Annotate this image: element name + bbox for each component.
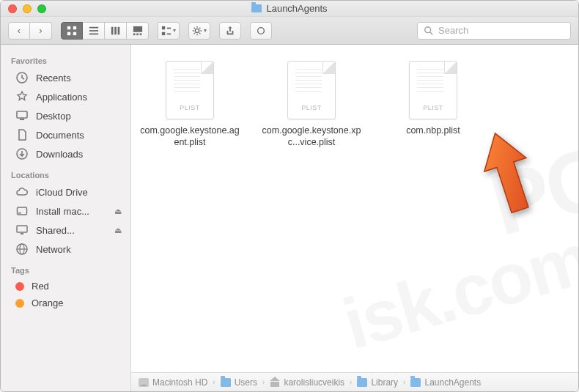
- chevron-right-icon: ›: [213, 378, 215, 386]
- search-input[interactable]: Search: [417, 22, 571, 40]
- sidebar-item-label: Documents: [36, 130, 84, 141]
- svg-rect-9: [117, 26, 119, 34]
- file-grid[interactable]: PC isk.com PLIST com.google.keystone.age…: [131, 45, 578, 372]
- back-button[interactable]: ‹: [8, 22, 30, 40]
- view-mode-segment: [61, 22, 149, 40]
- sidebar-item-recents[interactable]: Recents: [1, 68, 130, 87]
- sidebar-item-install-mac[interactable]: Install mac... ⏏: [1, 201, 130, 221]
- group-by-button[interactable]: ▾: [158, 22, 180, 40]
- svg-rect-7: [111, 26, 113, 34]
- icon-view-button[interactable]: [61, 22, 83, 40]
- svg-point-19: [258, 27, 265, 34]
- svg-rect-29: [21, 233, 23, 234]
- zoom-window-button[interactable]: [37, 4, 46, 13]
- svg-point-20: [425, 26, 431, 32]
- forward-button[interactable]: ›: [30, 22, 52, 40]
- desktop-icon: [15, 109, 29, 122]
- gear-icon: [192, 26, 202, 36]
- file-item[interactable]: PLIST com.google.keystone.xpc...vice.pli…: [260, 61, 363, 148]
- svg-rect-27: [18, 212, 21, 214]
- svg-rect-16: [167, 27, 171, 29]
- sidebar-item-tag-orange[interactable]: Orange: [1, 295, 130, 311]
- file-kind-badge: PLIST: [288, 104, 335, 111]
- file-name: com.google.keystone.agent.plist: [139, 125, 241, 148]
- sidebar-item-shared[interactable]: Shared... ⏏: [1, 221, 130, 240]
- file-item[interactable]: PLIST com.nbp.plist: [382, 61, 484, 137]
- toolbar: ‹ › ▾ ▾: [1, 17, 578, 45]
- svg-rect-6: [89, 33, 97, 34]
- file-name: com.nbp.plist: [382, 125, 484, 137]
- content-area: PC isk.com PLIST com.google.keystone.age…: [131, 45, 578, 391]
- folder-icon: [251, 4, 262, 12]
- sidebar-header-favorites: Favorites: [1, 49, 130, 68]
- eject-icon[interactable]: ⏏: [114, 207, 122, 216]
- downloads-icon: [15, 147, 29, 160]
- group-arrange: ▾: [158, 22, 180, 40]
- column-view-button[interactable]: [105, 22, 127, 40]
- nav-buttons: ‹ ›: [8, 22, 52, 40]
- file-kind-badge: PLIST: [410, 104, 457, 111]
- sidebar-item-label: Shared...: [36, 225, 75, 236]
- path-crumb[interactable]: LaunchAgents: [410, 377, 481, 388]
- search-icon: [424, 26, 434, 36]
- minimize-window-button[interactable]: [23, 4, 32, 13]
- svg-rect-14: [162, 26, 165, 29]
- tag-dot-icon: [15, 282, 24, 291]
- svg-rect-15: [162, 32, 165, 34]
- applications-icon: [15, 90, 29, 103]
- sidebar-item-label: Orange: [32, 297, 63, 308]
- sidebar-item-icloud[interactable]: iCloud Drive: [1, 182, 130, 201]
- action-menu-button[interactable]: ▾: [188, 22, 210, 40]
- columns-icon: [111, 26, 121, 36]
- path-crumb[interactable]: karolisliucveikis: [270, 377, 344, 388]
- sidebar-item-label: iCloud Drive: [36, 187, 88, 198]
- sidebar-item-desktop[interactable]: Desktop: [1, 106, 130, 125]
- crumb-label: Users: [235, 377, 257, 388]
- window-title-text: LaunchAgents: [266, 3, 327, 14]
- svg-marker-33: [479, 131, 538, 217]
- svg-rect-3: [73, 32, 76, 34]
- tags-button[interactable]: [250, 22, 272, 40]
- svg-line-21: [430, 32, 432, 34]
- path-crumb[interactable]: Macintosh HD: [139, 377, 207, 388]
- file-item[interactable]: PLIST com.google.keystone.agent.plist: [139, 61, 241, 148]
- sidebar-item-documents[interactable]: Documents: [1, 125, 130, 144]
- share-button[interactable]: [219, 22, 241, 40]
- chevron-right-icon: ›: [403, 378, 405, 386]
- close-window-button[interactable]: [8, 4, 17, 13]
- sidebar-item-label: Network: [36, 244, 71, 255]
- window-title: LaunchAgents: [1, 3, 578, 14]
- sidebar-item-network[interactable]: Network: [1, 240, 130, 259]
- documents-icon: [15, 128, 29, 141]
- sidebar-item-label: Applications: [36, 92, 87, 103]
- list-view-button[interactable]: [83, 22, 105, 40]
- monitor-icon: [15, 223, 29, 237]
- sidebar-item-label: Downloads: [36, 149, 83, 160]
- svg-rect-1: [73, 26, 76, 29]
- home-icon: [270, 378, 280, 387]
- svg-rect-10: [133, 26, 141, 32]
- sidebar-item-tag-red[interactable]: Red: [1, 278, 130, 295]
- crumb-label: Library: [371, 377, 398, 388]
- svg-rect-11: [133, 33, 135, 35]
- crumb-label: LaunchAgents: [424, 377, 481, 388]
- list-icon: [89, 26, 99, 36]
- svg-rect-23: [17, 111, 27, 118]
- network-icon: [15, 243, 29, 256]
- tag-dot-icon: [15, 299, 24, 308]
- sidebar: Favorites Recents Applications Desktop D…: [1, 45, 131, 391]
- sidebar-item-applications[interactable]: Applications: [1, 87, 130, 106]
- group-icon: [161, 26, 172, 36]
- sidebar-item-downloads[interactable]: Downloads: [1, 144, 130, 163]
- grid-icon: [67, 26, 77, 36]
- path-crumb[interactable]: Library: [357, 377, 398, 388]
- disk-icon: [15, 204, 29, 218]
- gallery-view-button[interactable]: [127, 22, 149, 40]
- svg-rect-8: [114, 26, 117, 34]
- path-crumb[interactable]: Users: [221, 377, 257, 388]
- eject-icon[interactable]: ⏏: [114, 226, 122, 235]
- svg-rect-17: [167, 33, 171, 34]
- sidebar-item-label: Desktop: [36, 111, 71, 122]
- sidebar-header-tags: Tags: [1, 259, 130, 278]
- folder-icon: [410, 378, 421, 387]
